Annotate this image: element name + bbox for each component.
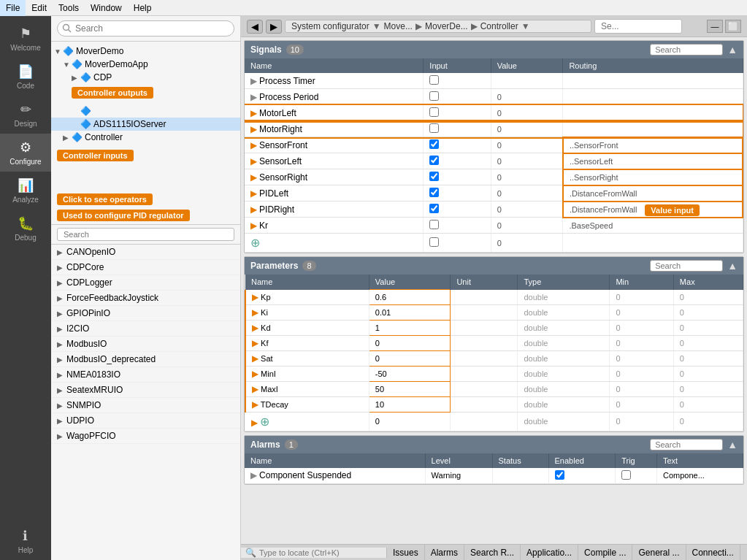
param-value-cell[interactable]: 1 [369,320,451,335]
signal-input-cell[interactable] [424,73,491,89]
signal-checkbox[interactable] [429,204,439,213]
signals-search-input[interactable] [650,44,723,55]
signal-checkbox[interactable] [429,75,439,85]
alarm-trig-checkbox[interactable] [621,470,631,480]
signal-checkbox[interactable] [429,123,439,133]
param-value-cell[interactable]: 10 [369,396,451,412]
status-issues[interactable]: Issues [387,545,425,560]
library-item-cdplogger[interactable]: ▶ CDPLogger [51,275,240,291]
signal-checkbox[interactable] [429,188,439,197]
signal-input-cell[interactable] [424,89,491,105]
status-application[interactable]: Applicatio... [521,545,578,560]
signal-input-cell[interactable] [424,202,491,218]
library-item-forcefeedback[interactable]: ▶ ForceFeedbackJoystick [51,291,240,306]
library-item-wagopfc[interactable]: ▶ WagoPFCIO [51,429,240,444]
alarm-enabled-checkbox[interactable] [555,470,564,480]
add-param-icon[interactable]: ⊕ [260,415,269,428]
param-value-cell[interactable]: 0 [369,335,451,350]
menu-edit[interactable]: Edit [26,0,53,16]
sidebar-item-configure[interactable]: ⚙ Configure [0,134,51,172]
status-compile[interactable]: Compile ... [578,545,632,560]
library-item-i2cio[interactable]: ▶ I2CIO [51,321,240,337]
alarm-enabled-cell[interactable] [548,468,616,484]
signal-input-cell[interactable] [424,153,491,169]
alarms-collapse-button[interactable]: ▲ [727,439,738,450]
param-value-cell[interactable]: 0 [369,412,451,431]
alarms-title: Alarms [250,440,280,450]
breadcrumb-system-configurator[interactable]: System configurator [291,21,369,31]
parameters-header: Parameters 8 ▲ [245,257,743,275]
signal-input-cell[interactable] [424,105,491,121]
alarms-col-text: Text [656,453,743,468]
alarm-trig-cell[interactable] [616,468,657,484]
tree-item-moverdemoapp[interactable]: ▼ 🔷 MoverDemoApp [51,58,240,71]
breadcrumb-moverde[interactable]: MoverDe... [425,21,468,31]
menu-help[interactable]: Help [128,0,158,16]
tree-item-moverdemo[interactable]: ▼ 🔷 MoverDemo [51,45,240,58]
tree-item-ads1115[interactable]: 🔷 [51,104,240,118]
alarm-level-cell: Warning [425,468,492,484]
signal-input-cell[interactable] [424,218,491,234]
alarms-header-row: Name Level Status Enabled Trig Text [245,453,743,468]
signal-add-cell[interactable]: ⊕ [245,234,424,253]
sidebar-item-design[interactable]: ✏ Design [0,96,51,134]
tree-item-moverdemolib[interactable]: ▶ 🔷 Controller [51,131,240,144]
signal-input-cell[interactable] [424,234,491,253]
menu-tools[interactable]: Tools [53,0,85,16]
library-item-nmea[interactable]: ▶ NMEA0183IO [51,367,240,383]
menu-window[interactable]: Window [85,0,128,16]
signal-checkbox[interactable] [429,237,439,247]
library-item-canopenio[interactable]: ▶ CANOpenIO [51,245,240,260]
alarms-col-status: Status [492,453,548,468]
locate-field[interactable] [259,548,382,557]
library-item-udpio[interactable]: ▶ UDPIO [51,413,240,429]
status-connection[interactable]: Connecti... [686,545,740,560]
sidebar-item-code[interactable]: 📄 Code [0,58,51,96]
nav-back-button[interactable]: ◀ [247,20,263,34]
library-item-seatex[interactable]: ▶ SeatexMRUIO [51,383,240,398]
breadcrumb-move[interactable]: Move... [384,21,413,31]
signal-checkbox[interactable] [429,156,439,165]
status-search[interactable]: Search R... [464,545,521,560]
breadcrumb-controller[interactable]: Controller [480,21,518,31]
menu-file[interactable]: File [0,0,26,16]
param-value-cell[interactable]: 50 [369,381,451,396]
status-alarms[interactable]: Alarms [425,545,464,560]
signal-checkbox[interactable] [429,91,439,101]
tree-item-cdp[interactable]: ▶ 🔷 CDP [51,71,240,84]
window-minimize-button[interactable]: — [707,20,723,33]
param-value-cell[interactable]: 0.6 [369,290,451,305]
signal-checkbox[interactable] [429,107,439,117]
nav-forward-button[interactable]: ▶ [266,20,282,34]
library-item-modbusiodep[interactable]: ▶ ModbusIO_deprecated [51,352,240,367]
window-maximize-button[interactable]: ⬜ [725,20,741,33]
sidebar-item-analyze[interactable]: 📊 Analyze [0,172,51,210]
right-search-input[interactable] [594,19,682,34]
add-signal-icon[interactable]: ⊕ [250,237,260,249]
sidebar-item-help[interactable]: ℹ Help [18,522,34,560]
param-value-cell[interactable]: 0 [369,350,451,366]
library-item-snmpio[interactable]: ▶ SNMPIO [51,398,240,413]
signal-input-cell[interactable] [424,169,491,185]
param-value-cell[interactable]: -50 [369,366,451,381]
sidebar-item-welcome[interactable]: ⚑ Welcome [0,20,51,58]
signal-input-cell[interactable] [424,121,491,137]
signal-input-cell[interactable] [424,185,491,202]
status-general[interactable]: General ... [632,545,686,560]
library-item-gpiopinio[interactable]: ▶ GPIOPinIO [51,306,240,321]
library-search-input[interactable] [57,228,234,241]
parameters-collapse-button[interactable]: ▲ [727,260,738,272]
library-item-cdpcore[interactable]: ▶ CDPCore [51,260,240,275]
signals-collapse-button[interactable]: ▲ [727,44,738,55]
signal-checkbox[interactable] [429,220,439,229]
sidebar-item-debug[interactable]: 🐛 Debug [0,210,51,248]
parameters-search-input[interactable] [650,260,723,272]
tree-item-controller[interactable]: 🔷 ADS1115IOServer [51,118,240,131]
signal-checkbox[interactable] [429,172,439,181]
signal-input-cell[interactable] [424,137,491,153]
library-item-modbusio[interactable]: ▶ ModbusIO [51,337,240,352]
tree-search-input[interactable] [57,20,234,37]
param-value-cell[interactable]: 0.01 [369,304,451,320]
signal-checkbox[interactable] [429,139,439,149]
alarms-search-input[interactable] [650,439,723,450]
